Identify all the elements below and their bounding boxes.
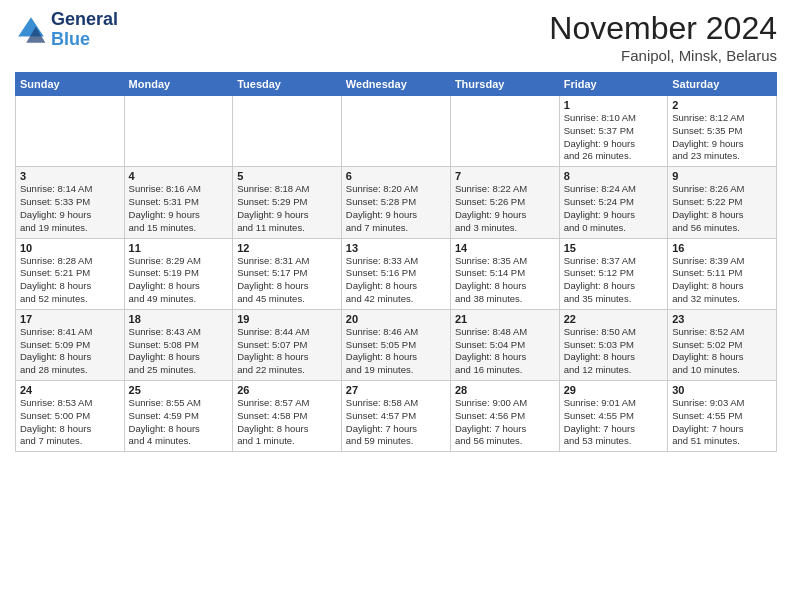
- table-row: 9Sunrise: 8:26 AM Sunset: 5:22 PM Daylig…: [668, 167, 777, 238]
- day-info: Sunrise: 8:52 AM Sunset: 5:02 PM Dayligh…: [672, 326, 772, 377]
- table-row: [450, 96, 559, 167]
- page: General Blue November 2024 Fanipol, Mins…: [0, 0, 792, 612]
- day-number: 6: [346, 170, 446, 182]
- table-row: 24Sunrise: 8:53 AM Sunset: 5:00 PM Dayli…: [16, 381, 125, 452]
- day-info: Sunrise: 8:48 AM Sunset: 5:04 PM Dayligh…: [455, 326, 555, 377]
- table-row: 4Sunrise: 8:16 AM Sunset: 5:31 PM Daylig…: [124, 167, 233, 238]
- table-row: [341, 96, 450, 167]
- logo: General Blue: [15, 10, 118, 50]
- day-number: 30: [672, 384, 772, 396]
- title-section: November 2024 Fanipol, Minsk, Belarus: [549, 10, 777, 64]
- header: General Blue November 2024 Fanipol, Mins…: [15, 10, 777, 64]
- calendar-week-row: 1Sunrise: 8:10 AM Sunset: 5:37 PM Daylig…: [16, 96, 777, 167]
- day-info: Sunrise: 8:18 AM Sunset: 5:29 PM Dayligh…: [237, 183, 337, 234]
- day-info: Sunrise: 8:58 AM Sunset: 4:57 PM Dayligh…: [346, 397, 446, 448]
- table-row: 19Sunrise: 8:44 AM Sunset: 5:07 PM Dayli…: [233, 309, 342, 380]
- logo-text-general: General: [51, 10, 118, 30]
- table-row: 14Sunrise: 8:35 AM Sunset: 5:14 PM Dayli…: [450, 238, 559, 309]
- day-number: 5: [237, 170, 337, 182]
- table-row: [124, 96, 233, 167]
- day-number: 12: [237, 242, 337, 254]
- day-number: 27: [346, 384, 446, 396]
- table-row: [16, 96, 125, 167]
- day-info: Sunrise: 8:44 AM Sunset: 5:07 PM Dayligh…: [237, 326, 337, 377]
- day-info: Sunrise: 8:10 AM Sunset: 5:37 PM Dayligh…: [564, 112, 664, 163]
- table-row: 2Sunrise: 8:12 AM Sunset: 5:35 PM Daylig…: [668, 96, 777, 167]
- col-monday: Monday: [124, 73, 233, 96]
- day-number: 17: [20, 313, 120, 325]
- day-info: Sunrise: 8:41 AM Sunset: 5:09 PM Dayligh…: [20, 326, 120, 377]
- day-number: 7: [455, 170, 555, 182]
- day-number: 4: [129, 170, 229, 182]
- day-number: 14: [455, 242, 555, 254]
- day-info: Sunrise: 8:24 AM Sunset: 5:24 PM Dayligh…: [564, 183, 664, 234]
- col-wednesday: Wednesday: [341, 73, 450, 96]
- day-number: 1: [564, 99, 664, 111]
- day-number: 2: [672, 99, 772, 111]
- day-number: 9: [672, 170, 772, 182]
- day-info: Sunrise: 8:43 AM Sunset: 5:08 PM Dayligh…: [129, 326, 229, 377]
- day-number: 20: [346, 313, 446, 325]
- table-row: 21Sunrise: 8:48 AM Sunset: 5:04 PM Dayli…: [450, 309, 559, 380]
- subtitle: Fanipol, Minsk, Belarus: [549, 47, 777, 64]
- day-info: Sunrise: 8:37 AM Sunset: 5:12 PM Dayligh…: [564, 255, 664, 306]
- day-info: Sunrise: 8:33 AM Sunset: 5:16 PM Dayligh…: [346, 255, 446, 306]
- day-info: Sunrise: 8:39 AM Sunset: 5:11 PM Dayligh…: [672, 255, 772, 306]
- day-number: 15: [564, 242, 664, 254]
- day-info: Sunrise: 8:35 AM Sunset: 5:14 PM Dayligh…: [455, 255, 555, 306]
- calendar-week-row: 3Sunrise: 8:14 AM Sunset: 5:33 PM Daylig…: [16, 167, 777, 238]
- table-row: 27Sunrise: 8:58 AM Sunset: 4:57 PM Dayli…: [341, 381, 450, 452]
- col-tuesday: Tuesday: [233, 73, 342, 96]
- day-info: Sunrise: 8:46 AM Sunset: 5:05 PM Dayligh…: [346, 326, 446, 377]
- day-number: 26: [237, 384, 337, 396]
- day-info: Sunrise: 8:53 AM Sunset: 5:00 PM Dayligh…: [20, 397, 120, 448]
- day-number: 28: [455, 384, 555, 396]
- day-info: Sunrise: 8:55 AM Sunset: 4:59 PM Dayligh…: [129, 397, 229, 448]
- table-row: 15Sunrise: 8:37 AM Sunset: 5:12 PM Dayli…: [559, 238, 668, 309]
- table-row: 1Sunrise: 8:10 AM Sunset: 5:37 PM Daylig…: [559, 96, 668, 167]
- table-row: 8Sunrise: 8:24 AM Sunset: 5:24 PM Daylig…: [559, 167, 668, 238]
- calendar-week-row: 24Sunrise: 8:53 AM Sunset: 5:00 PM Dayli…: [16, 381, 777, 452]
- day-number: 10: [20, 242, 120, 254]
- table-row: 25Sunrise: 8:55 AM Sunset: 4:59 PM Dayli…: [124, 381, 233, 452]
- table-row: 18Sunrise: 8:43 AM Sunset: 5:08 PM Dayli…: [124, 309, 233, 380]
- calendar-week-row: 17Sunrise: 8:41 AM Sunset: 5:09 PM Dayli…: [16, 309, 777, 380]
- logo-icon: [15, 14, 47, 46]
- day-info: Sunrise: 8:22 AM Sunset: 5:26 PM Dayligh…: [455, 183, 555, 234]
- day-number: 23: [672, 313, 772, 325]
- day-number: 24: [20, 384, 120, 396]
- day-info: Sunrise: 8:28 AM Sunset: 5:21 PM Dayligh…: [20, 255, 120, 306]
- table-row: 29Sunrise: 9:01 AM Sunset: 4:55 PM Dayli…: [559, 381, 668, 452]
- table-row: 16Sunrise: 8:39 AM Sunset: 5:11 PM Dayli…: [668, 238, 777, 309]
- table-row: 13Sunrise: 8:33 AM Sunset: 5:16 PM Dayli…: [341, 238, 450, 309]
- table-row: 26Sunrise: 8:57 AM Sunset: 4:58 PM Dayli…: [233, 381, 342, 452]
- day-number: 8: [564, 170, 664, 182]
- table-row: 12Sunrise: 8:31 AM Sunset: 5:17 PM Dayli…: [233, 238, 342, 309]
- day-info: Sunrise: 9:01 AM Sunset: 4:55 PM Dayligh…: [564, 397, 664, 448]
- table-row: 5Sunrise: 8:18 AM Sunset: 5:29 PM Daylig…: [233, 167, 342, 238]
- table-row: 23Sunrise: 8:52 AM Sunset: 5:02 PM Dayli…: [668, 309, 777, 380]
- day-info: Sunrise: 8:16 AM Sunset: 5:31 PM Dayligh…: [129, 183, 229, 234]
- day-info: Sunrise: 8:29 AM Sunset: 5:19 PM Dayligh…: [129, 255, 229, 306]
- day-info: Sunrise: 8:12 AM Sunset: 5:35 PM Dayligh…: [672, 112, 772, 163]
- day-info: Sunrise: 8:20 AM Sunset: 5:28 PM Dayligh…: [346, 183, 446, 234]
- day-info: Sunrise: 8:50 AM Sunset: 5:03 PM Dayligh…: [564, 326, 664, 377]
- logo-text-blue: Blue: [51, 30, 118, 50]
- day-info: Sunrise: 8:26 AM Sunset: 5:22 PM Dayligh…: [672, 183, 772, 234]
- table-row: 11Sunrise: 8:29 AM Sunset: 5:19 PM Dayli…: [124, 238, 233, 309]
- table-row: 6Sunrise: 8:20 AM Sunset: 5:28 PM Daylig…: [341, 167, 450, 238]
- table-row: 3Sunrise: 8:14 AM Sunset: 5:33 PM Daylig…: [16, 167, 125, 238]
- day-number: 16: [672, 242, 772, 254]
- day-info: Sunrise: 8:31 AM Sunset: 5:17 PM Dayligh…: [237, 255, 337, 306]
- table-row: 10Sunrise: 8:28 AM Sunset: 5:21 PM Dayli…: [16, 238, 125, 309]
- day-number: 25: [129, 384, 229, 396]
- calendar: Sunday Monday Tuesday Wednesday Thursday…: [15, 72, 777, 452]
- col-sunday: Sunday: [16, 73, 125, 96]
- day-number: 21: [455, 313, 555, 325]
- day-info: Sunrise: 9:03 AM Sunset: 4:55 PM Dayligh…: [672, 397, 772, 448]
- day-info: Sunrise: 8:57 AM Sunset: 4:58 PM Dayligh…: [237, 397, 337, 448]
- day-number: 19: [237, 313, 337, 325]
- day-info: Sunrise: 8:14 AM Sunset: 5:33 PM Dayligh…: [20, 183, 120, 234]
- main-title: November 2024: [549, 10, 777, 47]
- col-thursday: Thursday: [450, 73, 559, 96]
